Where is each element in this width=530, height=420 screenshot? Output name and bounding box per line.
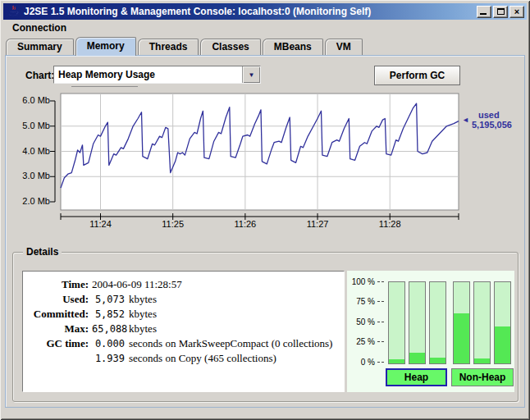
detail-number: 5,073 (92, 294, 125, 305)
detail-label: Committed: (23, 308, 89, 321)
detail-row-gc-marksweep: GC time: 0.000 seconds on MarkSweepCompa… (23, 337, 344, 352)
pool-bar (453, 281, 470, 364)
pool-bar-fill (430, 358, 445, 363)
tab-memory[interactable]: Memory (75, 37, 136, 56)
pool-tick: 100 % (347, 277, 385, 286)
pool-tick-label: 50 % (356, 317, 375, 326)
tick-dash-icon (377, 341, 385, 342)
pool-tick: 75 % (347, 297, 385, 306)
chart-select-value: Heap Memory Usage (54, 66, 242, 83)
pool-tick-label: 100 % (352, 277, 375, 286)
heap-usage-chart: 6.0 Mb 5.0 Mb 4.0 Mb 3.0 Mb 2.0 Mb 11:24… (9, 91, 526, 232)
application-window: { "window": { "title": "J2SE 1.5 Monitor… (0, 0, 530, 420)
detail-row-used: Used: 5,073 kbytes (23, 293, 344, 308)
window-controls: × (477, 6, 524, 18)
pool-bar (494, 281, 511, 364)
y-tick-label: 5.0 Mb (12, 121, 50, 130)
memory-pools-panel: 100 % 75 % 50 % 25 % 0 % Heap Non-Heap (347, 271, 514, 392)
menu-connection[interactable]: Connection (3, 21, 73, 35)
memory-tab-panel: Chart: Heap Memory Usage ▼ Perform GC 6.… (5, 55, 525, 408)
pool-tick: 25 % (347, 337, 385, 346)
title-bar[interactable]: J2SE 1.5 Monitoring & Management Console… (3, 3, 527, 20)
pool-bar-fill (389, 359, 404, 363)
x-tick-label: 11:28 (372, 219, 408, 229)
y-tick-label: 6.0 Mb (12, 95, 50, 105)
maximize-icon (497, 8, 505, 15)
detail-value: kbytes (129, 322, 157, 336)
maximize-button[interactable] (493, 6, 508, 18)
detail-row-time: Time: 2004-06-09 11:28:57 (23, 278, 344, 293)
pool-bar (429, 281, 446, 364)
combo-focus-underline (71, 86, 138, 87)
detail-value: 2004-06-09 11:28:57 (92, 278, 182, 291)
x-tick-label: 11:24 (83, 219, 119, 229)
close-button[interactable]: × (509, 6, 524, 18)
pool-tick-label: 0 % (361, 358, 375, 367)
detail-number: 65,088 (92, 323, 125, 335)
tick-dash-icon (377, 301, 385, 302)
y-tick-label: 3.0 Mb (12, 171, 50, 180)
tab-classes[interactable]: Classes (200, 39, 260, 55)
detail-row-max: Max: 65,088 kbytes (23, 322, 344, 337)
detail-number: 5,852 (92, 308, 125, 320)
pool-tick: 0 % (347, 358, 385, 367)
tab-threads[interactable]: Threads (138, 39, 199, 55)
details-title: Details (23, 246, 62, 258)
tick-dash-icon (377, 322, 385, 322)
used-marker-title: used (472, 110, 512, 120)
x-tick-label: 11:25 (155, 219, 191, 229)
tick-dash-icon (377, 362, 385, 363)
detail-row-gc-copy: 1.939 seconds on Copy (465 collections) (23, 352, 344, 367)
tick-dash-icon (377, 281, 385, 282)
detail-value: kbytes (129, 293, 157, 306)
window-title: J2SE 1.5 Monitoring & Management Console… (24, 6, 477, 17)
tab-mbeans[interactable]: MBeans (263, 39, 323, 55)
pool-bar (473, 281, 491, 364)
heap-usage-plot (9, 91, 526, 232)
chevron-down-icon: ▼ (249, 71, 255, 79)
detail-row-committed: Committed: 5,852 kbytes (23, 308, 344, 322)
pool-bar-fill (409, 353, 425, 363)
y-tick-label: 2.0 Mb (12, 196, 50, 206)
detail-value: kbytes (129, 308, 157, 321)
perform-gc-button[interactable]: Perform GC (374, 66, 460, 85)
java-cup-icon (7, 5, 20, 18)
pool-bar-fill (474, 358, 490, 363)
detail-label: Used: (23, 293, 89, 306)
x-tick-label: 11:27 (299, 219, 336, 229)
nonheap-pools-button[interactable]: Non-Heap (451, 368, 514, 386)
pool-tick-label: 75 % (356, 297, 375, 306)
minimize-button[interactable] (477, 6, 491, 18)
detail-label: Time: (23, 278, 89, 291)
detail-number: 1.939 (92, 353, 125, 364)
detail-value: seconds on MarkSweepCompact (0 collectio… (129, 337, 332, 350)
detail-label: GC time: (23, 337, 89, 350)
pool-bar-fill (454, 313, 469, 363)
detail-number: 0.000 (92, 338, 125, 349)
detail-value: seconds on Copy (465 collections) (129, 352, 276, 365)
pool-bar (409, 281, 426, 364)
close-icon: × (514, 7, 519, 16)
combo-arrow-button[interactable]: ▼ (242, 66, 260, 83)
details-groupbox: Details Time: 2004-06-09 11:28:57 Used: … (12, 252, 519, 402)
pool-tick-label: 25 % (356, 337, 375, 346)
pool-tick: 50 % (347, 317, 385, 326)
pool-bar-fill (495, 326, 510, 363)
used-marker-label: used 5,195,056 (472, 110, 512, 130)
x-tick-label: 11:26 (227, 219, 263, 229)
minimize-icon (480, 13, 487, 15)
chart-select[interactable]: Heap Memory Usage ▼ (53, 66, 261, 84)
used-marker-value: 5,195,056 (472, 120, 512, 130)
used-marker-icon: ◄ (462, 116, 469, 124)
tab-vm[interactable]: VM (325, 39, 363, 55)
y-tick-label: 4.0 Mb (12, 146, 50, 156)
pool-bar (388, 281, 405, 364)
menu-bar: Connection (3, 20, 527, 36)
tab-bar: Summary Memory Threads Classes MBeans VM (6, 37, 364, 55)
details-panel: Time: 2004-06-09 11:28:57 Used: 5,073 kb… (22, 271, 345, 392)
chart-label: Chart: (25, 70, 54, 81)
heap-pools-button[interactable]: Heap (386, 368, 447, 386)
detail-label: Max: (23, 322, 89, 336)
tab-summary[interactable]: Summary (6, 39, 74, 55)
